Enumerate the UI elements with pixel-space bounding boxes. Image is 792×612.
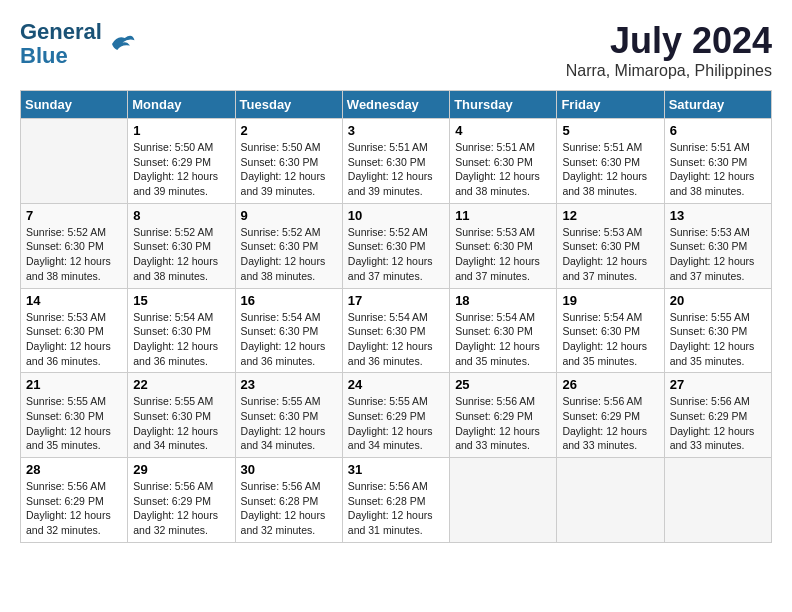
- weekday-header-monday: Monday: [128, 91, 235, 119]
- cell-content: Sunrise: 5:56 AM Sunset: 6:29 PM Dayligh…: [670, 394, 766, 453]
- calendar-cell: 16Sunrise: 5:54 AM Sunset: 6:30 PM Dayli…: [235, 288, 342, 373]
- day-number: 14: [26, 293, 122, 308]
- calendar-cell: 29Sunrise: 5:56 AM Sunset: 6:29 PM Dayli…: [128, 458, 235, 543]
- calendar-cell: 24Sunrise: 5:55 AM Sunset: 6:29 PM Dayli…: [342, 373, 449, 458]
- cell-content: Sunrise: 5:52 AM Sunset: 6:30 PM Dayligh…: [133, 225, 229, 284]
- calendar-cell: 31Sunrise: 5:56 AM Sunset: 6:28 PM Dayli…: [342, 458, 449, 543]
- day-number: 7: [26, 208, 122, 223]
- weekday-header-sunday: Sunday: [21, 91, 128, 119]
- day-number: 28: [26, 462, 122, 477]
- calendar-cell: [21, 119, 128, 204]
- day-number: 18: [455, 293, 551, 308]
- day-number: 9: [241, 208, 337, 223]
- day-number: 25: [455, 377, 551, 392]
- calendar-week-row: 28Sunrise: 5:56 AM Sunset: 6:29 PM Dayli…: [21, 458, 772, 543]
- day-number: 15: [133, 293, 229, 308]
- calendar-cell: 1Sunrise: 5:50 AM Sunset: 6:29 PM Daylig…: [128, 119, 235, 204]
- cell-content: Sunrise: 5:50 AM Sunset: 6:30 PM Dayligh…: [241, 140, 337, 199]
- cell-content: Sunrise: 5:53 AM Sunset: 6:30 PM Dayligh…: [670, 225, 766, 284]
- calendar-cell: 5Sunrise: 5:51 AM Sunset: 6:30 PM Daylig…: [557, 119, 664, 204]
- calendar-week-row: 21Sunrise: 5:55 AM Sunset: 6:30 PM Dayli…: [21, 373, 772, 458]
- day-number: 10: [348, 208, 444, 223]
- weekday-header-saturday: Saturday: [664, 91, 771, 119]
- calendar-cell: 28Sunrise: 5:56 AM Sunset: 6:29 PM Dayli…: [21, 458, 128, 543]
- calendar-cell: 11Sunrise: 5:53 AM Sunset: 6:30 PM Dayli…: [450, 203, 557, 288]
- cell-content: Sunrise: 5:56 AM Sunset: 6:28 PM Dayligh…: [348, 479, 444, 538]
- day-number: 27: [670, 377, 766, 392]
- calendar-cell: 18Sunrise: 5:54 AM Sunset: 6:30 PM Dayli…: [450, 288, 557, 373]
- day-number: 6: [670, 123, 766, 138]
- calendar-cell: 15Sunrise: 5:54 AM Sunset: 6:30 PM Dayli…: [128, 288, 235, 373]
- weekday-header-thursday: Thursday: [450, 91, 557, 119]
- cell-content: Sunrise: 5:54 AM Sunset: 6:30 PM Dayligh…: [241, 310, 337, 369]
- cell-content: Sunrise: 5:54 AM Sunset: 6:30 PM Dayligh…: [348, 310, 444, 369]
- day-number: 4: [455, 123, 551, 138]
- calendar-cell: 23Sunrise: 5:55 AM Sunset: 6:30 PM Dayli…: [235, 373, 342, 458]
- day-number: 3: [348, 123, 444, 138]
- day-number: 1: [133, 123, 229, 138]
- cell-content: Sunrise: 5:54 AM Sunset: 6:30 PM Dayligh…: [455, 310, 551, 369]
- day-number: 22: [133, 377, 229, 392]
- day-number: 16: [241, 293, 337, 308]
- logo-text: GeneralBlue: [20, 20, 102, 68]
- calendar-body: 1Sunrise: 5:50 AM Sunset: 6:29 PM Daylig…: [21, 119, 772, 543]
- title-block: July 2024 Narra, Mimaropa, Philippines: [566, 20, 772, 80]
- day-number: 21: [26, 377, 122, 392]
- weekday-header-friday: Friday: [557, 91, 664, 119]
- cell-content: Sunrise: 5:51 AM Sunset: 6:30 PM Dayligh…: [670, 140, 766, 199]
- page-header: GeneralBlue July 2024 Narra, Mimaropa, P…: [20, 20, 772, 80]
- cell-content: Sunrise: 5:56 AM Sunset: 6:29 PM Dayligh…: [133, 479, 229, 538]
- calendar-week-row: 14Sunrise: 5:53 AM Sunset: 6:30 PM Dayli…: [21, 288, 772, 373]
- calendar-cell: 22Sunrise: 5:55 AM Sunset: 6:30 PM Dayli…: [128, 373, 235, 458]
- calendar-header-row: SundayMondayTuesdayWednesdayThursdayFrid…: [21, 91, 772, 119]
- calendar-cell: 12Sunrise: 5:53 AM Sunset: 6:30 PM Dayli…: [557, 203, 664, 288]
- calendar-cell: 30Sunrise: 5:56 AM Sunset: 6:28 PM Dayli…: [235, 458, 342, 543]
- day-number: 24: [348, 377, 444, 392]
- day-number: 29: [133, 462, 229, 477]
- cell-content: Sunrise: 5:55 AM Sunset: 6:30 PM Dayligh…: [241, 394, 337, 453]
- day-number: 13: [670, 208, 766, 223]
- calendar-cell: 4Sunrise: 5:51 AM Sunset: 6:30 PM Daylig…: [450, 119, 557, 204]
- day-number: 8: [133, 208, 229, 223]
- calendar-cell: 8Sunrise: 5:52 AM Sunset: 6:30 PM Daylig…: [128, 203, 235, 288]
- cell-content: Sunrise: 5:54 AM Sunset: 6:30 PM Dayligh…: [562, 310, 658, 369]
- calendar-cell: 19Sunrise: 5:54 AM Sunset: 6:30 PM Dayli…: [557, 288, 664, 373]
- cell-content: Sunrise: 5:52 AM Sunset: 6:30 PM Dayligh…: [241, 225, 337, 284]
- calendar-week-row: 7Sunrise: 5:52 AM Sunset: 6:30 PM Daylig…: [21, 203, 772, 288]
- calendar-cell: 17Sunrise: 5:54 AM Sunset: 6:30 PM Dayli…: [342, 288, 449, 373]
- calendar-cell: 25Sunrise: 5:56 AM Sunset: 6:29 PM Dayli…: [450, 373, 557, 458]
- day-number: 17: [348, 293, 444, 308]
- day-number: 19: [562, 293, 658, 308]
- cell-content: Sunrise: 5:55 AM Sunset: 6:30 PM Dayligh…: [670, 310, 766, 369]
- cell-content: Sunrise: 5:54 AM Sunset: 6:30 PM Dayligh…: [133, 310, 229, 369]
- calendar-cell: 13Sunrise: 5:53 AM Sunset: 6:30 PM Dayli…: [664, 203, 771, 288]
- subtitle: Narra, Mimaropa, Philippines: [566, 62, 772, 80]
- weekday-header-tuesday: Tuesday: [235, 91, 342, 119]
- weekday-header-wednesday: Wednesday: [342, 91, 449, 119]
- day-number: 12: [562, 208, 658, 223]
- calendar-cell: 21Sunrise: 5:55 AM Sunset: 6:30 PM Dayli…: [21, 373, 128, 458]
- day-number: 5: [562, 123, 658, 138]
- day-number: 11: [455, 208, 551, 223]
- calendar-cell: 20Sunrise: 5:55 AM Sunset: 6:30 PM Dayli…: [664, 288, 771, 373]
- calendar-week-row: 1Sunrise: 5:50 AM Sunset: 6:29 PM Daylig…: [21, 119, 772, 204]
- calendar-cell: [557, 458, 664, 543]
- cell-content: Sunrise: 5:56 AM Sunset: 6:29 PM Dayligh…: [26, 479, 122, 538]
- logo: GeneralBlue: [20, 20, 136, 68]
- day-number: 20: [670, 293, 766, 308]
- day-number: 26: [562, 377, 658, 392]
- calendar-cell: [664, 458, 771, 543]
- cell-content: Sunrise: 5:52 AM Sunset: 6:30 PM Dayligh…: [348, 225, 444, 284]
- cell-content: Sunrise: 5:55 AM Sunset: 6:30 PM Dayligh…: [26, 394, 122, 453]
- calendar-cell: 7Sunrise: 5:52 AM Sunset: 6:30 PM Daylig…: [21, 203, 128, 288]
- calendar-cell: [450, 458, 557, 543]
- calendar-cell: 9Sunrise: 5:52 AM Sunset: 6:30 PM Daylig…: [235, 203, 342, 288]
- cell-content: Sunrise: 5:55 AM Sunset: 6:29 PM Dayligh…: [348, 394, 444, 453]
- day-number: 23: [241, 377, 337, 392]
- cell-content: Sunrise: 5:53 AM Sunset: 6:30 PM Dayligh…: [562, 225, 658, 284]
- calendar-cell: 3Sunrise: 5:51 AM Sunset: 6:30 PM Daylig…: [342, 119, 449, 204]
- cell-content: Sunrise: 5:56 AM Sunset: 6:29 PM Dayligh…: [455, 394, 551, 453]
- calendar-cell: 26Sunrise: 5:56 AM Sunset: 6:29 PM Dayli…: [557, 373, 664, 458]
- calendar-cell: 27Sunrise: 5:56 AM Sunset: 6:29 PM Dayli…: [664, 373, 771, 458]
- logo-bird-icon: [106, 29, 136, 59]
